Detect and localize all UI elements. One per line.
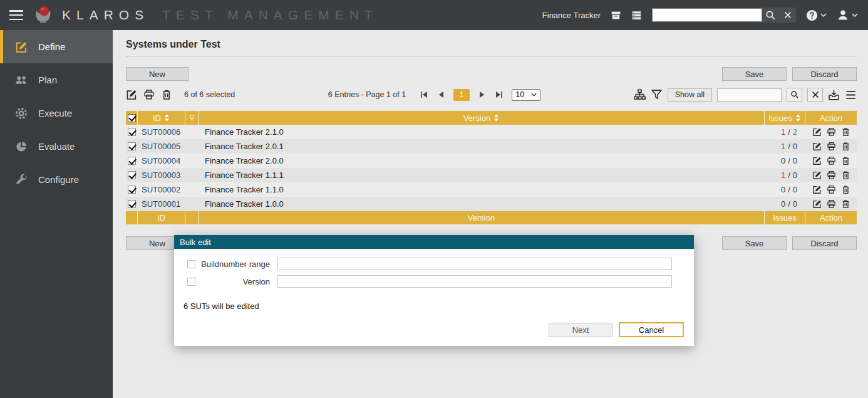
- buildnumber-range-input[interactable]: [277, 258, 672, 270]
- edit-icon[interactable]: [812, 199, 822, 209]
- archive-icon[interactable]: [611, 10, 621, 21]
- new-button[interactable]: New: [126, 67, 189, 81]
- delete-icon[interactable]: [161, 89, 172, 100]
- row-checkbox[interactable]: [128, 171, 136, 179]
- delete-icon[interactable]: [841, 127, 850, 137]
- table-search-input[interactable]: [717, 88, 782, 102]
- last-page-icon[interactable]: [495, 90, 504, 99]
- issues-resolved-count: 2: [793, 127, 797, 137]
- save-button[interactable]: Save: [722, 67, 787, 81]
- first-page-icon[interactable]: [420, 90, 428, 99]
- user-icon: [837, 9, 849, 21]
- sut-id-link[interactable]: SUT00002: [138, 185, 180, 194]
- bulk-edit-icon[interactable]: [126, 89, 137, 100]
- issues-resolved-count: 0: [793, 156, 797, 165]
- previous-page-icon[interactable]: [437, 90, 445, 99]
- table-search-button[interactable]: [787, 88, 802, 102]
- sidebar-item-configure[interactable]: Configure: [0, 163, 113, 196]
- row-checkbox[interactable]: [128, 142, 136, 150]
- select-all-checkbox[interactable]: [128, 114, 136, 122]
- sut-id-link[interactable]: SUT00003: [138, 170, 180, 180]
- cancel-button[interactable]: Cancel: [619, 322, 684, 337]
- row-checkbox[interactable]: [128, 157, 136, 165]
- print-icon[interactable]: [827, 127, 836, 137]
- print-icon[interactable]: [827, 142, 836, 151]
- global-search-input[interactable]: [652, 8, 762, 22]
- global-search-button[interactable]: [762, 8, 779, 23]
- sut-version: Finance Tracker 1.1.1: [199, 170, 284, 180]
- sut-id-link[interactable]: SUT00001: [138, 199, 180, 209]
- active-project-label: Finance Tracker: [542, 11, 601, 20]
- issues-open-count: 0: [781, 199, 785, 209]
- edit-icon[interactable]: [812, 127, 822, 137]
- sidebar-item-label: Evaluate: [38, 141, 75, 152]
- issues-resolved-count: 0: [793, 142, 797, 151]
- filter-icon[interactable]: [651, 89, 663, 101]
- issues-open-count: 1: [781, 127, 785, 137]
- row-checkbox[interactable]: [128, 186, 136, 194]
- sut-version: Finance Tracker 2.0.0: [199, 156, 284, 165]
- table-row: SUT00002 Finance Tracker 1.1.0 0 / 0: [126, 182, 857, 197]
- next-page-icon[interactable]: [478, 90, 487, 99]
- sort-icon: [795, 114, 801, 122]
- print-icon[interactable]: [827, 156, 836, 165]
- issues-resolved-count: 0: [793, 185, 797, 194]
- delete-icon[interactable]: [841, 142, 850, 151]
- user-menu[interactable]: [837, 9, 858, 21]
- version-label: Version: [199, 277, 270, 286]
- sidebar-item-label: Configure: [38, 174, 79, 185]
- search-icon: [765, 10, 776, 21]
- print-icon[interactable]: [143, 89, 155, 100]
- table-menu-icon[interactable]: [845, 89, 857, 101]
- selection-status: 6 of 6 selected: [184, 90, 235, 99]
- page-size-select[interactable]: 10: [512, 89, 540, 101]
- buildnumber-range-checkbox[interactable]: [187, 260, 195, 268]
- row-checkbox[interactable]: [128, 128, 136, 136]
- version-checkbox[interactable]: [187, 278, 195, 286]
- delete-icon[interactable]: [841, 199, 850, 209]
- search-icon: [790, 90, 799, 99]
- current-page-button[interactable]: 1: [453, 89, 470, 101]
- discard-button[interactable]: Discard: [792, 236, 857, 250]
- import-icon[interactable]: [828, 89, 840, 101]
- sidebar-item-label: Execute: [38, 108, 72, 118]
- hierarchy-icon[interactable]: [634, 89, 646, 101]
- table-search-clear-button[interactable]: [807, 88, 823, 102]
- hamburger-menu-icon[interactable]: [9, 10, 23, 20]
- edit-icon[interactable]: [812, 142, 822, 151]
- column-header-issues[interactable]: Issues: [765, 111, 805, 125]
- version-input[interactable]: [277, 275, 672, 288]
- print-icon[interactable]: [827, 199, 836, 209]
- print-icon[interactable]: [827, 170, 836, 180]
- close-icon: [783, 11, 792, 19]
- global-search-clear-button[interactable]: [779, 8, 796, 23]
- sut-id-link[interactable]: SUT00005: [138, 142, 180, 151]
- column-header-status[interactable]: [185, 111, 199, 125]
- edit-icon[interactable]: [812, 156, 822, 165]
- sidebar-item-define[interactable]: Define: [0, 30, 113, 63]
- delete-icon[interactable]: [841, 170, 850, 180]
- discard-button[interactable]: Discard: [792, 67, 857, 81]
- show-all-button[interactable]: Show all: [668, 88, 712, 102]
- sut-id-link[interactable]: SUT00004: [138, 156, 180, 165]
- column-header-version[interactable]: Version: [199, 111, 765, 125]
- sidebar-item-evaluate[interactable]: Evaluate: [0, 130, 113, 163]
- edit-icon[interactable]: [812, 185, 822, 194]
- delete-icon[interactable]: [841, 156, 850, 165]
- pie-chart-icon: [15, 140, 28, 153]
- column-header-id[interactable]: ID: [138, 111, 185, 125]
- delete-icon[interactable]: [841, 185, 850, 194]
- sidebar-item-plan[interactable]: Plan: [0, 63, 113, 97]
- edit-icon[interactable]: [812, 170, 822, 180]
- row-checkbox[interactable]: [128, 200, 136, 208]
- help-menu[interactable]: [806, 9, 827, 21]
- server-stack-icon[interactable]: [631, 10, 642, 21]
- sut-version: Finance Tracker 1.0.0: [199, 199, 284, 209]
- gear-icon: [15, 107, 28, 120]
- next-button[interactable]: Next: [549, 323, 612, 337]
- print-icon[interactable]: [827, 185, 836, 194]
- edit-icon: [15, 41, 28, 53]
- sut-id-link[interactable]: SUT00006: [138, 127, 180, 137]
- sidebar-item-execute[interactable]: Execute: [0, 97, 113, 130]
- save-button[interactable]: Save: [722, 236, 787, 250]
